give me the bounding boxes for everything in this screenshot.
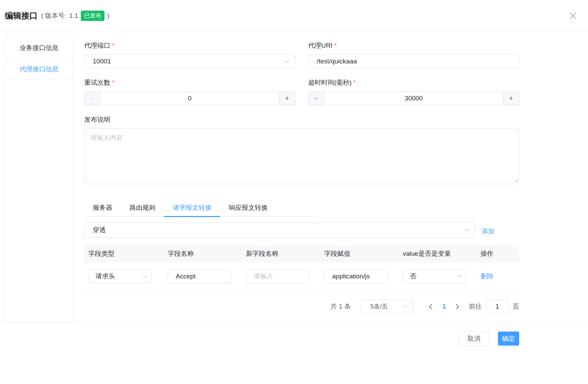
field-type-value: 请求头 <box>89 272 151 281</box>
minus-icon[interactable]: − <box>309 92 324 105</box>
pagination-total: 共 1 条 <box>330 302 351 311</box>
retry-count-stepper: − 0 + <box>84 92 295 105</box>
timeout-stepper: − 30000 + <box>308 92 519 105</box>
version-number: 1.1 <box>69 12 78 20</box>
plus-icon[interactable]: + <box>279 92 295 105</box>
tab-bar: 服务器 路由规则 请求报文转换 响应报文转换 <box>84 199 314 217</box>
field-type-select[interactable]: 请求头 <box>88 269 152 283</box>
is-variable-select[interactable]: 否 <box>403 269 466 283</box>
tab-server[interactable]: 服务器 <box>84 199 121 216</box>
minus-icon[interactable]: − <box>85 92 100 105</box>
main-form: 代理端口* 10001 代理URI* <box>84 41 519 322</box>
field-timeout: 超时时间(毫秒)* − 30000 + <box>308 78 519 105</box>
dialog-footer: 取消 确定 <box>0 322 588 384</box>
required-asterisk: * <box>353 79 356 86</box>
sidebar-item-business-api-info[interactable]: 业务接口信息 <box>5 37 73 59</box>
delete-button[interactable]: 删除 <box>480 273 493 280</box>
version-close-paren: ) <box>107 12 109 20</box>
timeout-label: 超时时间(毫秒)* <box>308 78 519 87</box>
chevron-down-icon <box>403 305 407 308</box>
proxy-uri-label: 代理URI* <box>308 41 519 50</box>
chevron-right-icon[interactable] <box>453 304 461 310</box>
transform-mode-row: 穿透 添加 <box>84 223 519 238</box>
is-variable-value: 否 <box>403 272 466 281</box>
required-asterisk: * <box>334 42 337 49</box>
chevron-down-icon <box>464 229 470 232</box>
chevron-left-icon[interactable] <box>427 304 435 310</box>
retry-count-value[interactable]: 0 <box>188 95 192 102</box>
transform-table: 字段类型 字段名称 新字段名称 字段赋值 value是否是变量 操作 请求头 <box>84 245 519 291</box>
field-publish-note: 发布说明 <box>84 115 519 185</box>
required-asterisk: * <box>112 79 114 86</box>
plus-icon[interactable]: + <box>503 92 519 105</box>
timeout-value[interactable]: 30000 <box>405 95 423 102</box>
column-header-field-value: 字段赋值 <box>320 249 399 258</box>
retry-count-label: 重试次数* <box>84 78 295 87</box>
sidebar-item-proxy-api-info[interactable]: 代理接口信息 <box>5 59 73 80</box>
proxy-uri-input[interactable] <box>309 55 519 68</box>
new-field-name-field <box>246 269 309 283</box>
version-label: ( 版本号: <box>41 11 66 20</box>
transform-mode-value: 穿透 <box>85 226 475 235</box>
proxy-port-select[interactable]: 10001 <box>84 55 295 68</box>
new-field-name-input[interactable] <box>246 270 309 283</box>
table-header-row: 字段类型 字段名称 新字段名称 字段赋值 value是否是变量 操作 <box>84 245 519 262</box>
add-button[interactable]: 添加 <box>481 227 495 236</box>
pagination: 共 1 条 5条/页 1 前往 页 <box>84 300 519 313</box>
chevron-down-icon <box>457 275 462 278</box>
column-header-is-variable: value是否是变量 <box>399 249 476 258</box>
close-icon[interactable] <box>567 10 578 21</box>
table-row: 请求头 <box>84 262 519 291</box>
required-asterisk: * <box>112 42 114 49</box>
cancel-button[interactable]: 取消 <box>459 332 489 346</box>
field-retry-count: 重试次数* − 0 + <box>84 78 295 105</box>
chevron-down-icon <box>284 60 289 63</box>
tab-request-transform[interactable]: 请求报文转换 <box>164 199 220 216</box>
goto-label: 前往 <box>469 302 482 311</box>
column-header-field-name: 字段名称 <box>164 249 242 258</box>
goto-page-input[interactable] <box>486 300 509 313</box>
field-proxy-uri: 代理URI* <box>308 41 519 68</box>
resize-handle-icon[interactable] <box>514 178 518 184</box>
publish-note-textarea[interactable] <box>84 129 519 184</box>
dialog-header: 编辑接口 ( 版本号: 1.1 已发布 ) <box>0 0 588 32</box>
field-name-input[interactable] <box>168 270 231 283</box>
tab-response-transform[interactable]: 响应报文转换 <box>220 199 276 216</box>
dialog-body: 业务接口信息 代理接口信息 代理端口* 10001 代理URI* <box>0 32 588 322</box>
transform-mode-select[interactable]: 穿透 <box>84 223 475 238</box>
field-value-field <box>324 269 388 283</box>
proxy-uri-field <box>308 55 519 68</box>
field-proxy-port: 代理端口* 10001 <box>84 41 295 68</box>
publish-note-label: 发布说明 <box>84 115 519 124</box>
confirm-button[interactable]: 确定 <box>498 332 519 346</box>
status-badge: 已发布 <box>81 11 104 21</box>
dialog-title: 编辑接口 <box>5 10 38 21</box>
chevron-down-icon <box>143 275 147 278</box>
column-header-field-type: 字段类型 <box>84 249 164 258</box>
field-name-field <box>168 269 231 283</box>
field-value-input[interactable] <box>325 270 387 283</box>
proxy-port-value: 10001 <box>85 58 295 65</box>
sidebar: 业务接口信息 代理接口信息 <box>5 37 73 322</box>
column-header-action: 操作 <box>476 249 519 258</box>
tab-route-rules[interactable]: 路由规则 <box>121 199 164 216</box>
column-header-new-field-name: 新字段名称 <box>242 249 320 258</box>
proxy-port-label: 代理端口* <box>84 41 295 50</box>
page-size-select[interactable]: 5条/页 <box>361 300 413 313</box>
pagination-current-page[interactable]: 1 <box>442 303 446 310</box>
goto-suffix: 页 <box>513 302 519 311</box>
